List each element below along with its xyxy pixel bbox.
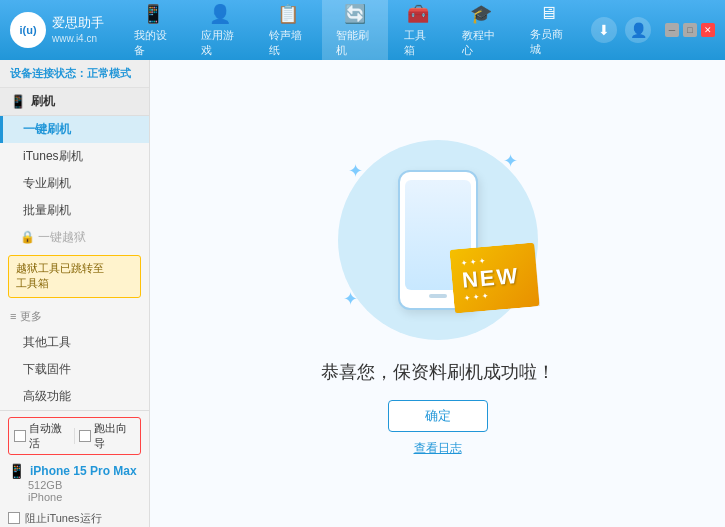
- more-section-label: 更多: [20, 309, 42, 324]
- logo-icon: i(u): [10, 12, 46, 48]
- logo-line2: www.i4.cn: [52, 32, 104, 45]
- logo-line1: 爱思助手: [52, 15, 104, 32]
- guide-restore-checkbox[interactable]: [79, 430, 91, 442]
- status-label: 设备连接状态：: [10, 67, 87, 79]
- smart-flash-icon: 🔄: [344, 3, 366, 25]
- tab-ringtones[interactable]: 📋 铃声墙纸: [255, 0, 320, 64]
- sparkle-1-icon: ✦: [348, 160, 363, 182]
- tab-apps-games[interactable]: 👤 应用游戏: [187, 0, 252, 64]
- minimize-button[interactable]: ─: [665, 23, 679, 37]
- itunes-label: 阻止iTunes运行: [25, 511, 102, 526]
- sidebar-item-pro-flash[interactable]: 专业刷机: [0, 170, 149, 197]
- sidebar-item-advanced[interactable]: 高级功能: [0, 383, 149, 410]
- sidebar-item-batch-flash[interactable]: 批量刷机: [0, 197, 149, 224]
- auto-activate-checkbox[interactable]: [14, 430, 26, 442]
- confirm-button[interactable]: 确定: [388, 400, 488, 432]
- sidebar-item-one-click-flash[interactable]: 一键刷机: [0, 116, 149, 143]
- separator: [74, 428, 75, 444]
- flash-group-header: 📱 刷机: [0, 88, 149, 116]
- nav-tabs: 📱 我的设备 👤 应用游戏 📋 铃声墙纸 🔄 智能刷机 🧰 工具箱 🎓 教程中心…: [120, 0, 581, 64]
- toolbox-icon: 🧰: [407, 3, 429, 25]
- success-message: 恭喜您，保资料刷机成功啦！: [321, 360, 555, 384]
- apps-games-icon: 👤: [209, 3, 231, 25]
- sidebar: 设备连接状态：正常模式 📱 刷机 一键刷机 iTunes刷机 专业刷机 批量刷机…: [0, 60, 150, 527]
- device-phone-icon: 📱: [8, 463, 25, 479]
- download-button[interactable]: ⬇: [591, 17, 617, 43]
- my-device-icon: 📱: [142, 3, 164, 25]
- itunes-checkbox[interactable]: [8, 512, 20, 524]
- window-controls: ─ □ ✕: [665, 23, 715, 37]
- more-section-icon: ≡: [10, 310, 16, 322]
- logo-area: i(u) 爱思助手 www.i4.cn: [10, 12, 120, 48]
- sidebar-bottom: 自动激活 跑出向导 📱 iPhone 15 Pro Max 512GB iPho…: [0, 410, 149, 527]
- flash-group-label: 刷机: [31, 93, 55, 110]
- device-storage: 512GB: [8, 479, 141, 491]
- sparkle-3-icon: ✦: [343, 288, 358, 310]
- sidebar-notice: 越狱工具已跳转至 工具箱: [8, 255, 141, 298]
- sidebar-disabled-jailbreak: 🔒 一键越狱: [0, 224, 149, 251]
- logo-text: 爱思助手 www.i4.cn: [52, 15, 104, 45]
- user-button[interactable]: 👤: [625, 17, 651, 43]
- tutorial-icon: 🎓: [470, 3, 492, 25]
- device-type: iPhone: [8, 491, 141, 503]
- view-log-link[interactable]: 查看日志: [414, 440, 462, 457]
- sidebar-item-itunes-flash[interactable]: iTunes刷机: [0, 143, 149, 170]
- auto-activate-label[interactable]: 自动激活: [14, 421, 70, 451]
- sidebar-item-download-firmware[interactable]: 下载固件: [0, 356, 149, 383]
- device-name: 📱 iPhone 15 Pro Max: [8, 463, 141, 479]
- app-header: i(u) 爱思助手 www.i4.cn 📱 我的设备 👤 应用游戏 📋 铃声墙纸…: [0, 0, 725, 60]
- maximize-button[interactable]: □: [683, 23, 697, 37]
- flash-group-icon: 📱: [10, 94, 26, 109]
- new-badge-text: NEW: [461, 263, 520, 294]
- business-icon: 🖥: [539, 3, 557, 24]
- sparkle-2-icon: ✦: [503, 150, 518, 172]
- auto-activate-row: 自动激活 跑出向导: [8, 417, 141, 455]
- tab-tutorial[interactable]: 🎓 教程中心: [448, 0, 513, 64]
- sidebar-more-header: ≡ 更多: [0, 304, 149, 329]
- new-banner: ✦ ✦ ✦ NEW ✦ ✦ ✦: [450, 242, 541, 313]
- ringtones-icon: 📋: [277, 3, 299, 25]
- status-value: 正常模式: [87, 67, 131, 79]
- tab-smart-flash[interactable]: 🔄 智能刷机: [322, 0, 387, 64]
- tab-my-device[interactable]: 📱 我的设备: [120, 0, 185, 64]
- close-button[interactable]: ✕: [701, 23, 715, 37]
- guide-restore-label[interactable]: 跑出向导: [79, 421, 135, 451]
- itunes-row[interactable]: 阻止iTunes运行: [8, 511, 141, 526]
- sidebar-item-other-tools[interactable]: 其他工具: [0, 329, 149, 356]
- success-illustration: ✦ ✦ ✦ ✦ ✦ ✦ NEW ✦ ✦ ✦: [328, 130, 548, 350]
- main-content: ✦ ✦ ✦ ✦ ✦ ✦ NEW ✦ ✦ ✦ 恭喜您，保资料刷机成功啦！ 确定 查…: [150, 60, 725, 527]
- tab-toolbox[interactable]: 🧰 工具箱: [390, 0, 446, 64]
- phone-home-button: [429, 294, 447, 298]
- header-right: ⬇ 👤 ─ □ ✕: [591, 17, 715, 43]
- main-layout: 设备连接状态：正常模式 📱 刷机 一键刷机 iTunes刷机 专业刷机 批量刷机…: [0, 60, 725, 527]
- sidebar-status: 设备连接状态：正常模式: [0, 60, 149, 88]
- device-info: 📱 iPhone 15 Pro Max 512GB iPhone: [8, 459, 141, 507]
- tab-business[interactable]: 🖥 务员商城: [516, 0, 581, 63]
